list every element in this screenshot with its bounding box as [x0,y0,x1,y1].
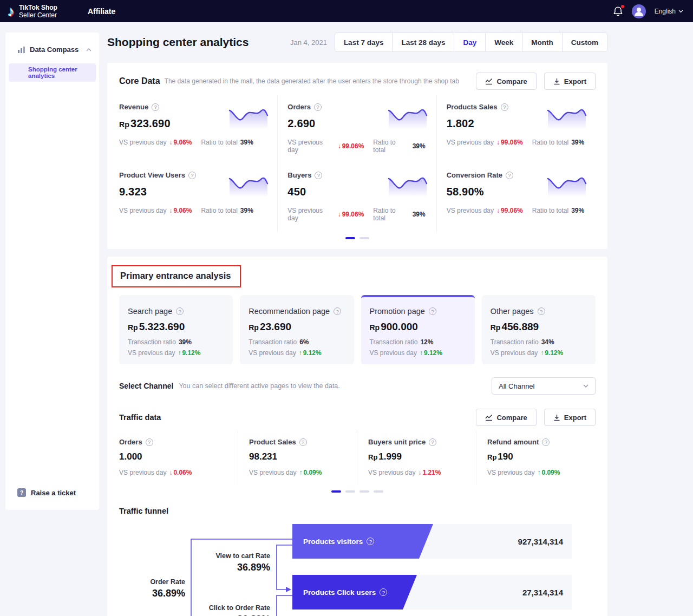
help-icon[interactable] [501,103,508,111]
trend-down: 9.06% [169,207,192,214]
range-tab-last-28-days[interactable]: Last 28 days [392,32,454,52]
trend-up: 9.12% [540,349,563,357]
help-icon[interactable] [314,103,322,111]
primary-entrance-title: Primary entrance analysis [120,271,231,280]
export-button[interactable]: Export [544,409,596,426]
channel-dropdown[interactable]: All Channel [492,377,596,395]
entrance-pages-grid: Search page Rp5.323.690 Transaction rati… [119,295,596,364]
trend-up: 0.09% [537,469,560,476]
metric-card-revenue: Revenue Rp323.690 VS previous day 9.06% … [119,95,278,163]
compare-button[interactable]: Compare [476,73,536,90]
metric-card-conversion-rate: Conversion Rate 58.90% VS previous day 9… [437,163,596,232]
help-icon[interactable] [506,172,513,179]
raise-ticket-label: Raise a ticket [31,489,76,497]
entrance-card-search-page[interactable]: Search page Rp5.323.690 Transaction rati… [119,295,233,364]
help-icon[interactable] [315,172,322,179]
help-icon[interactable] [299,438,307,446]
help-icon[interactable] [367,538,374,545]
metric-card-products-sales: Products Sales 1.802 VS previous day 99.… [437,95,596,163]
traffic-metric-buyers-unit-price: Buyers unit price Rp1.999 VS previous da… [357,430,476,485]
notification-badge [621,5,624,8]
range-tab-last-7-days[interactable]: Last 7 days [335,32,393,52]
help-icon[interactable] [152,103,159,111]
bar-chart-icon [17,46,25,54]
sparkline-chart [547,104,587,130]
sparkline-chart [228,172,269,198]
tiktok-note-icon: ♪ [8,4,15,18]
compare-button[interactable]: Compare [476,409,536,426]
funnel-stage-products-click-users: Products Click users 27,314,314 [292,575,572,610]
help-icon[interactable] [542,438,550,446]
range-tab-week[interactable]: Week [485,32,522,52]
primary-entrance-card: Primary entrance analysis Search page Rp… [107,257,607,616]
traffic-metric-refund-amount: Refund amount Rp190 VS previous day0.09% [476,430,596,485]
funnel-value: 927,314,314 [518,537,563,546]
notifications-button[interactable] [613,6,623,17]
help-icon[interactable] [429,438,436,446]
select-channel-description: You can select different active pages to… [179,382,339,390]
range-tab-day[interactable]: Day [454,32,486,52]
entrance-card-promotion-page[interactable]: Promotion page Rp900.000 Transaction rat… [361,295,475,364]
help-icon[interactable] [188,172,196,179]
pagination-dot[interactable] [374,490,383,493]
trend-down: 99.06% [496,139,523,146]
core-data-title: Core Data [119,76,160,86]
metric-card-orders: Orders 2.690 VS previous day 99.06% Rati… [278,95,436,163]
nav-item-affiliate[interactable]: Affiliate [88,7,115,16]
entrance-card-other-pages[interactable]: Other pages Rp456.889 Transaction ratio3… [482,295,596,364]
funnel-bar: Products Click users [292,575,417,610]
chevron-down-icon [583,384,589,388]
tiktok-shop-logo[interactable]: ♪ TikTok Shop Seller Center [8,4,57,19]
download-icon [553,78,560,85]
funnel-value: 27,314,314 [522,588,563,597]
help-icon[interactable] [429,307,436,315]
view-to-cart-rate-label: View to cart Rate 36.89% [189,552,270,573]
core-data-subtitle: The data generated in the mall, the data… [165,77,459,85]
language-label: English [655,8,676,15]
traffic-data-header: Traffic data Compare Export [119,409,596,426]
export-button[interactable]: Export [544,73,596,90]
top-navbar: ♪ TikTok Shop Seller Center Affiliate En… [0,0,693,22]
help-icon[interactable] [176,307,184,315]
core-data-card: Core Data The data generated in the mall… [107,63,607,249]
date-range-tabs: Last 7 days Last 28 days Day Week Month … [335,32,607,52]
annotation-red-box: Primary entrance analysis [112,265,241,287]
question-square-icon: ? [17,488,26,497]
language-selector[interactable]: English [655,8,683,15]
download-icon [553,414,560,421]
trend-up: 9.12% [178,349,200,357]
help-icon[interactable] [380,588,387,596]
page-title: Shopping center analytics [107,36,249,49]
entrance-card-recommendation-page[interactable]: Recommendation page Rp23.690 Transaction… [240,295,354,364]
core-data-pagination [119,237,596,239]
pagination-dot[interactable] [359,490,369,493]
range-tab-custom[interactable]: Custom [562,32,607,52]
trend-down: 99.06% [338,142,364,150]
main-content: Shopping center analytics Jan 4, 2021 La… [107,32,607,616]
select-channel-row: Select Channel You can select different … [119,377,596,395]
pagination-dot[interactable] [331,490,341,493]
sidebar: Data Compass Shopping center analytics ?… [5,32,99,510]
traffic-funnel-title: Traffic funnel [119,507,596,515]
pagination-dot[interactable] [345,237,355,239]
compare-chart-icon [485,414,493,421]
page-header: Shopping center analytics Jan 4, 2021 La… [107,32,607,52]
select-channel-label: Select Channel [119,382,173,390]
compare-chart-icon [485,78,493,85]
click-to-order-rate-label: Click to Order Rate 36.89% [184,604,270,616]
avatar[interactable] [632,4,646,18]
trend-up: 0.09% [299,469,322,476]
sidebar-group-data-compass[interactable]: Data Compass [5,32,99,59]
funnel-bar: Products visitors [292,524,433,559]
traffic-data-title: Traffic data [119,413,161,422]
sparkline-chart [228,104,269,130]
sidebar-item-shopping-center-analytics[interactable]: Shopping center analytics [9,63,96,82]
metric-card-product-view-users: Product View Users 9.323 VS previous day… [119,163,278,232]
raise-ticket-button[interactable]: ? Raise a ticket [17,488,76,497]
help-icon[interactable] [538,307,545,315]
pagination-dot[interactable] [345,490,355,493]
pagination-dot[interactable] [359,237,369,239]
help-icon[interactable] [334,307,341,315]
help-icon[interactable] [146,438,153,446]
range-tab-month[interactable]: Month [522,32,562,52]
